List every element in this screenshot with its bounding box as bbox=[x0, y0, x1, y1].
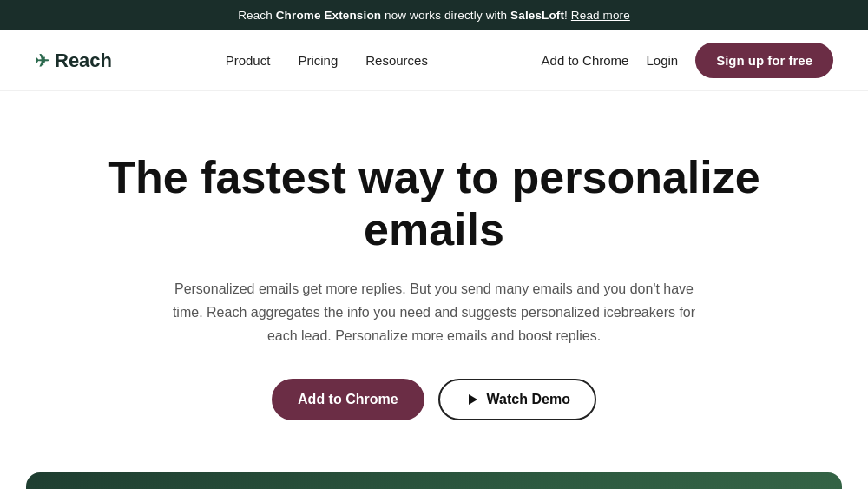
logo-text: Reach bbox=[55, 50, 112, 72]
nav-pricing-link[interactable]: Pricing bbox=[298, 53, 338, 68]
hero-section: The fastest way to personalize emails Pe… bbox=[43, 91, 825, 455]
hero-headline-line1: The fastest way to personalize bbox=[108, 152, 760, 202]
logo-icon: ✈ bbox=[35, 50, 49, 71]
svg-marker-0 bbox=[469, 394, 477, 405]
preview-section: ✈ Reach RA Robin Adair ✈ Reach RA Robin … bbox=[26, 472, 842, 489]
banner-prefix: Reach bbox=[238, 9, 276, 22]
nav-add-chrome-link[interactable]: Add to Chrome bbox=[542, 53, 629, 68]
navbar: ✈ Reach Product Pricing Resources Add to… bbox=[0, 30, 868, 91]
hero-headline: The fastest way to personalize emails bbox=[61, 152, 807, 256]
hero-headline-line2: emails bbox=[364, 204, 504, 254]
watch-demo-label: Watch Demo bbox=[487, 392, 570, 407]
banner-read-more-link[interactable]: Read more bbox=[571, 9, 630, 22]
logo[interactable]: ✈ Reach bbox=[35, 50, 112, 72]
banner-text: Reach Chrome Extension now works directl… bbox=[238, 9, 630, 22]
play-icon bbox=[464, 392, 480, 407]
banner-suffix: ! bbox=[564, 9, 571, 22]
banner-bold2: SalesLoft bbox=[510, 9, 564, 22]
nav-product-link[interactable]: Product bbox=[226, 53, 271, 68]
banner-bold1: Chrome Extension bbox=[276, 9, 381, 22]
nav-actions: Add to Chrome Login Sign up for free bbox=[542, 43, 833, 78]
nav-resources-link[interactable]: Resources bbox=[365, 53, 428, 68]
nav-login-link[interactable]: Login bbox=[646, 53, 678, 68]
hero-watch-demo-button[interactable]: Watch Demo bbox=[438, 379, 596, 420]
nav-links: Product Pricing Resources bbox=[226, 53, 428, 69]
hero-subtext: Personalized emails get more replies. Bu… bbox=[165, 277, 703, 348]
hero-add-chrome-button[interactable]: Add to Chrome bbox=[272, 379, 424, 420]
top-banner: Reach Chrome Extension now works directl… bbox=[0, 0, 868, 30]
hero-buttons: Add to Chrome Watch Demo bbox=[61, 379, 807, 420]
banner-middle: now works directly with bbox=[381, 9, 510, 22]
signup-button[interactable]: Sign up for free bbox=[695, 43, 833, 78]
